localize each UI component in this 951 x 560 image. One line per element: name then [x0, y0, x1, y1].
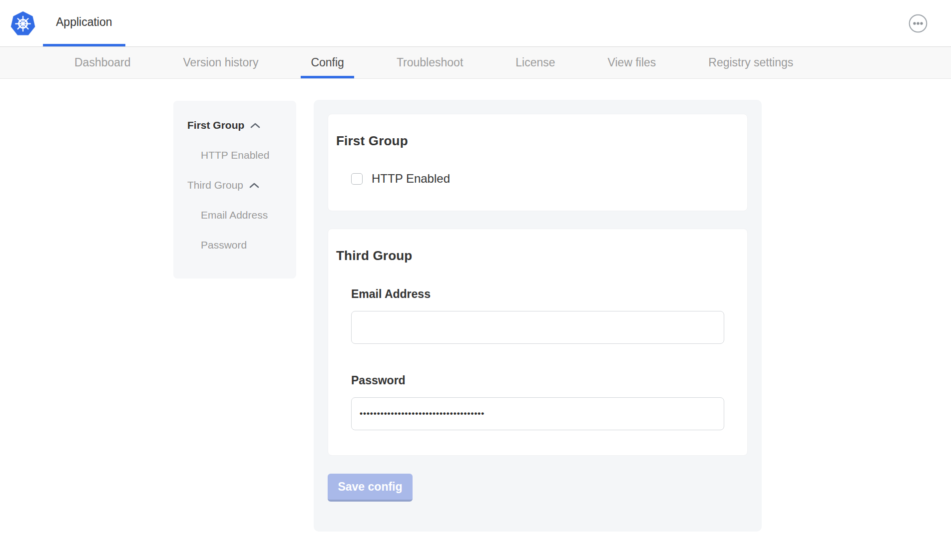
group-title: Third Group [336, 248, 724, 264]
nav-tab-view-files[interactable]: View files [608, 47, 656, 78]
password-input[interactable] [351, 397, 724, 430]
header-spacer [125, 0, 908, 46]
sidebar-group-third-group[interactable]: Third Group [187, 180, 290, 191]
overflow-menu-button[interactable] [908, 13, 928, 33]
http-enabled-checkbox-label: HTTP Enabled [372, 172, 450, 186]
app-header: Application [0, 0, 951, 46]
sidebar-item-http-enabled[interactable]: HTTP Enabled [187, 150, 290, 161]
nav-tab-version-history[interactable]: Version history [183, 47, 259, 78]
http-enabled-checkbox[interactable] [351, 173, 363, 185]
sidebar-item-password[interactable]: Password [187, 240, 290, 251]
config-panel: First Group HTTP Enabled Third Group Ema… [314, 100, 762, 532]
email-address-input[interactable] [351, 311, 724, 344]
sidebar-group-label: Third Group [187, 179, 243, 191]
app-subnav: Dashboard Version history Config Trouble… [0, 46, 951, 79]
config-card-third-group: Third Group Email Address Password [328, 229, 748, 456]
chevron-up-icon [249, 183, 259, 188]
config-sidebar: First Group HTTP Enabled Third Group Ema… [173, 101, 296, 279]
email-address-label: Email Address [351, 287, 724, 301]
save-config-button[interactable]: Save config [328, 474, 413, 502]
tab-application[interactable]: Application [43, 0, 125, 46]
password-label: Password [351, 374, 724, 387]
sidebar-item-email-address[interactable]: Email Address [187, 210, 290, 221]
group-title: First Group [336, 133, 724, 149]
sidebar-group-first-group[interactable]: First Group [187, 120, 290, 131]
nav-tab-config[interactable]: Config [311, 47, 344, 78]
chevron-up-icon [250, 123, 260, 128]
kubernetes-logo-icon [9, 0, 37, 46]
config-page: First Group HTTP Enabled Third Group Ema… [0, 79, 951, 532]
password-field: Password [351, 374, 724, 430]
nav-tab-troubleshoot[interactable]: Troubleshoot [397, 47, 463, 78]
ellipsis-icon [909, 14, 928, 33]
http-enabled-checkbox-row[interactable]: HTTP Enabled [351, 172, 724, 186]
sidebar-group-label: First Group [187, 119, 244, 131]
config-card-first-group: First Group HTTP Enabled [328, 114, 748, 211]
nav-tab-registry-settings[interactable]: Registry settings [708, 47, 793, 78]
nav-tab-dashboard[interactable]: Dashboard [74, 47, 131, 78]
nav-tab-license[interactable]: License [515, 47, 555, 78]
email-address-field: Email Address [351, 287, 724, 344]
